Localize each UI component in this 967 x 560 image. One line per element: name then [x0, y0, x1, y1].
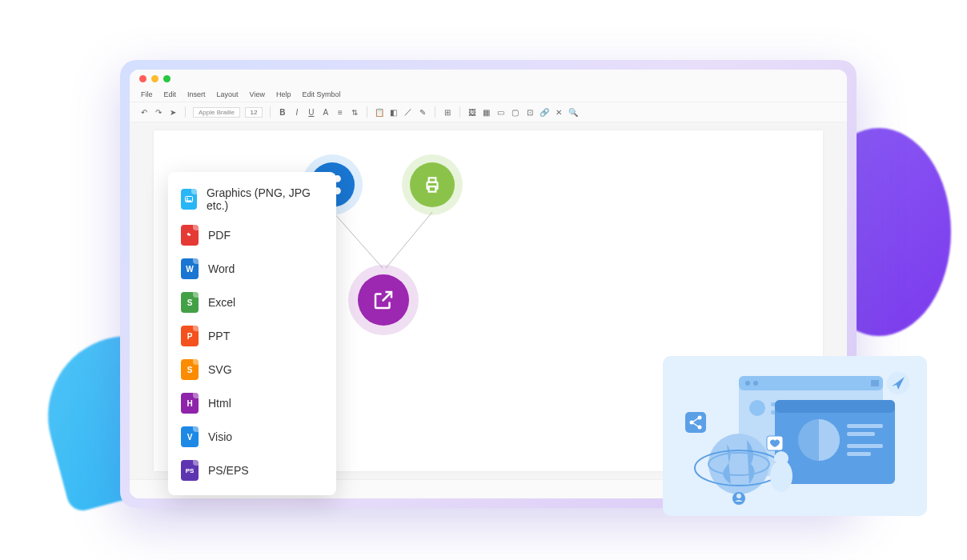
font-color-icon[interactable]: A: [321, 107, 331, 117]
html-file-icon: H: [181, 393, 199, 414]
visio-file-icon: V: [181, 426, 199, 447]
bold-icon[interactable]: B: [278, 107, 287, 117]
toolbar-separator: [459, 106, 460, 118]
export-item-word[interactable]: W Word: [168, 252, 336, 286]
image-icon[interactable]: 🖼: [467, 107, 477, 117]
shape-icon[interactable]: ▢: [511, 107, 520, 117]
ppt-file-icon: P: [181, 326, 199, 346]
edit-icon[interactable]: ✎: [418, 107, 427, 117]
menu-edit[interactable]: Edit: [164, 90, 177, 98]
menu-help[interactable]: Help: [276, 90, 291, 98]
window-titlebar: [130, 70, 847, 87]
export-label-word: Word: [208, 262, 235, 275]
svg-point-17: [749, 400, 765, 416]
svg-file-icon: S: [181, 359, 199, 380]
export-item-html[interactable]: H Html: [168, 386, 336, 420]
underline-icon[interactable]: U: [307, 107, 316, 117]
excel-file-icon: S: [181, 292, 199, 313]
svg-rect-25: [847, 444, 883, 448]
toolbar: ↶ ↷ ➤ Apple Braille 12 B I U A ≡ ⇅ 📋 ◧ ／…: [130, 102, 847, 122]
line-icon[interactable]: ／: [403, 107, 413, 117]
group-icon[interactable]: ⊞: [443, 107, 452, 117]
menu-edit-symbol[interactable]: Edit Symbol: [302, 90, 340, 98]
svg-rect-8: [429, 178, 436, 182]
export-menu: Graphics (PNG, JPG etc.) PDF W Word S Ex…: [168, 172, 336, 495]
export-item-visio[interactable]: V Visio: [168, 420, 336, 454]
svg-rect-21: [775, 400, 895, 413]
graphics-file-icon: [181, 189, 197, 210]
print-icon: [410, 162, 455, 207]
settings-icon[interactable]: ✕: [554, 107, 564, 117]
font-size-input[interactable]: 12: [245, 107, 263, 118]
table-icon[interactable]: ▦: [482, 107, 492, 117]
toolbar-separator: [435, 106, 435, 118]
menu-view[interactable]: View: [250, 90, 265, 98]
fill-icon[interactable]: ◧: [389, 107, 399, 117]
svg-rect-24: [847, 432, 875, 436]
svg-point-30: [690, 421, 694, 425]
export-label-ps-eps: PS/EPS: [208, 464, 249, 477]
export-item-excel[interactable]: S Excel: [168, 286, 336, 319]
svg-point-11: [187, 198, 188, 199]
font-family-select[interactable]: Apple Braille: [193, 107, 240, 118]
svg-point-31: [698, 426, 702, 430]
toolbar-separator: [185, 106, 186, 118]
undo-icon[interactable]: ↶: [139, 107, 149, 117]
svg-rect-28: [685, 412, 706, 433]
menu-layout[interactable]: Layout: [217, 90, 239, 98]
export-item-graphics[interactable]: Graphics (PNG, JPG etc.): [168, 180, 336, 218]
sharing-illustration: [663, 356, 927, 516]
svg-rect-13: [739, 376, 883, 390]
svg-point-38: [736, 494, 741, 498]
svg-rect-23: [847, 424, 883, 428]
minimize-window-button[interactable]: [151, 75, 158, 82]
chart-icon[interactable]: ▭: [496, 107, 506, 117]
svg-rect-26: [847, 452, 871, 456]
cursor-icon[interactable]: ➤: [168, 107, 178, 117]
toolbar-separator: [270, 106, 271, 118]
connector-icon[interactable]: ⊡: [525, 107, 535, 117]
node-print[interactable]: [402, 154, 463, 215]
align-icon[interactable]: ≡: [335, 107, 345, 117]
svg-point-15: [753, 381, 758, 386]
export-label-excel: Excel: [208, 296, 235, 309]
export-label-pdf: PDF: [208, 229, 231, 242]
close-window-button[interactable]: [139, 75, 146, 82]
italic-icon[interactable]: I: [292, 107, 302, 117]
export-label-ppt: PPT: [208, 330, 230, 342]
export-item-pdf[interactable]: PDF: [168, 218, 336, 252]
svg-line-1: [386, 212, 432, 268]
export-label-graphics: Graphics (PNG, JPG etc.): [207, 186, 323, 212]
svg-rect-9: [429, 186, 436, 192]
clipboard-icon[interactable]: 📋: [375, 107, 384, 117]
toolbar-separator: [367, 106, 367, 118]
export-label-html: Html: [208, 397, 231, 410]
export-item-ppt[interactable]: P PPT: [168, 319, 336, 353]
export-label-visio: Visio: [208, 430, 232, 443]
ps-file-icon: PS: [181, 460, 199, 481]
maximize-window-button[interactable]: [163, 75, 171, 82]
search-icon[interactable]: 🔍: [568, 107, 578, 117]
export-item-ps-eps[interactable]: PS PS/EPS: [168, 454, 336, 487]
svg-point-14: [745, 381, 750, 386]
menu-file[interactable]: File: [141, 90, 153, 98]
menubar: File Edit Insert Layout View Help Edit S…: [130, 87, 847, 102]
export-item-svg[interactable]: S SVG: [168, 353, 336, 386]
svg-point-29: [698, 416, 702, 420]
export-icon: [358, 274, 409, 326]
export-label-svg: SVG: [208, 363, 232, 376]
pdf-file-icon: [181, 225, 199, 246]
redo-icon[interactable]: ↷: [154, 107, 163, 117]
svg-point-41: [774, 451, 788, 466]
link-icon[interactable]: 🔗: [540, 107, 549, 117]
svg-rect-16: [871, 380, 879, 386]
svg-line-0: [333, 212, 383, 268]
word-file-icon: W: [181, 258, 199, 279]
node-export[interactable]: [348, 265, 419, 335]
line-spacing-icon[interactable]: ⇅: [350, 107, 359, 117]
menu-insert[interactable]: Insert: [187, 90, 206, 98]
